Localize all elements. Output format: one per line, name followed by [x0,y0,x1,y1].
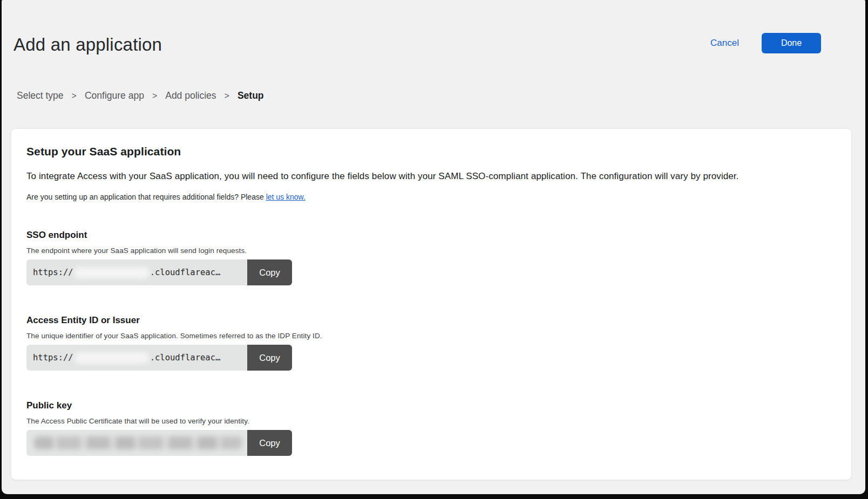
value-prefix: https:// [33,268,73,277]
header-actions: Cancel Done [710,33,821,53]
redacted-text [74,352,149,364]
breadcrumb-step-select-type[interactable]: Select type [17,90,64,101]
sso-endpoint-value: https://.cloudflareac… [26,259,247,285]
card-intro-text: To integrate Access with your SaaS appli… [26,171,836,182]
field-row: https://.cloudflareac… Copy [26,345,292,371]
field-row: Copy [26,430,292,456]
field-label: SSO endpoint [26,230,836,241]
redacted-text [34,436,242,449]
field-description: The unique identifier of your SaaS appli… [26,332,836,340]
breadcrumb-step-setup: Setup [238,90,264,101]
redacted-text [74,267,149,278]
field-description: The endpoint where your SaaS application… [26,247,836,255]
field-label: Access Entity ID or Issuer [26,315,836,326]
field-description: The Access Public Certificate that will … [26,417,836,425]
done-button[interactable]: Done [762,33,821,53]
field-group-public-key: Public key The Access Public Certificate… [26,400,836,456]
breadcrumb-separator: > [152,91,157,101]
page: Add an application Cancel Done Select ty… [2,0,865,494]
copy-button-sso-endpoint[interactable]: Copy [247,259,292,285]
breadcrumb: Select type > Configure app > Add polici… [17,90,264,101]
let-us-know-link[interactable]: let us know. [266,193,306,201]
field-row: https://.cloudflareac… Copy [26,259,292,285]
value-suffix: .cloudflareac… [150,268,221,277]
card-note-text: Are you setting up an application that r… [26,193,266,201]
breadcrumb-separator: > [72,91,77,101]
card-heading: Setup your SaaS application [26,145,836,158]
public-key-value [26,430,247,456]
breadcrumb-step-add-policies[interactable]: Add policies [165,90,216,101]
field-label: Public key [26,400,836,411]
breadcrumb-step-configure-app[interactable]: Configure app [85,90,144,101]
page-title: Add an application [13,35,162,55]
field-group-entity-id: Access Entity ID or Issuer The unique id… [26,315,836,371]
copy-button-public-key[interactable]: Copy [247,430,292,456]
value-prefix: https:// [33,353,73,363]
breadcrumb-separator: > [225,91,229,101]
cancel-button[interactable]: Cancel [710,38,739,49]
copy-button-entity-id[interactable]: Copy [247,345,292,371]
card-note: Are you setting up an application that r… [26,193,836,201]
entity-id-value: https://.cloudflareac… [26,345,247,371]
field-group-sso-endpoint: SSO endpoint The endpoint where your Saa… [26,230,836,285]
setup-card: Setup your SaaS application To integrate… [11,128,852,480]
value-suffix: .cloudflareac… [150,353,221,363]
